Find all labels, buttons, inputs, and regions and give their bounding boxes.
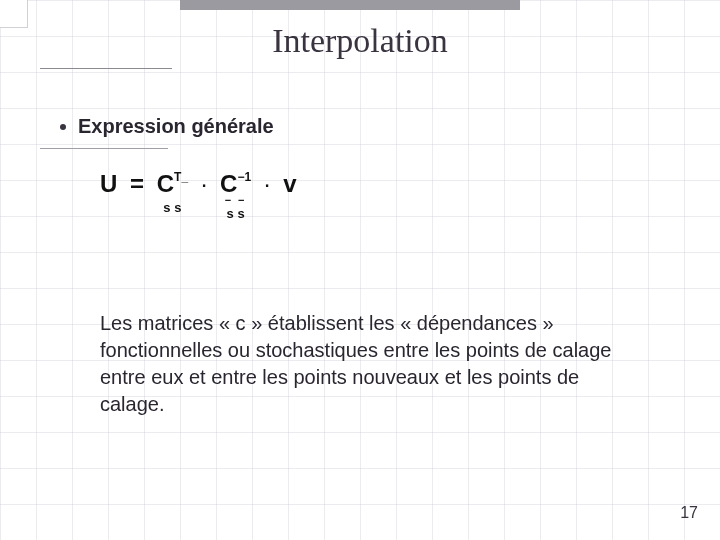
equation-v: v bbox=[283, 170, 296, 197]
equation-eq: = bbox=[124, 170, 150, 197]
equation-lhs: U bbox=[100, 170, 117, 197]
bullet-icon bbox=[60, 124, 66, 130]
c2-base: C bbox=[220, 170, 237, 197]
c2-sup: −1 bbox=[237, 170, 251, 184]
c1-sup: T_ bbox=[174, 170, 188, 184]
c2-under: − − bbox=[225, 194, 247, 206]
equation-dot2: · bbox=[258, 170, 277, 197]
c1-sub: s s bbox=[163, 200, 181, 215]
slide: Interpolation Expression générale U = CT… bbox=[0, 0, 720, 540]
equation-c2: C−1 − − s s bbox=[220, 170, 251, 198]
body-text: Les matrices « c » établissent les « dép… bbox=[100, 310, 640, 418]
slide-title: Interpolation bbox=[0, 22, 720, 60]
equation-c1: CT_ s s bbox=[157, 170, 188, 198]
page-number: 17 bbox=[680, 504, 698, 522]
title-underline bbox=[40, 68, 172, 69]
section-heading: Expression générale bbox=[78, 115, 274, 138]
equation: U = CT_ s s · C−1 − − s s · v bbox=[100, 170, 296, 198]
c2-sub: s s bbox=[227, 206, 245, 221]
c1-base: C bbox=[157, 170, 174, 197]
equation-dot1: · bbox=[195, 170, 214, 197]
section-underline bbox=[40, 148, 168, 149]
